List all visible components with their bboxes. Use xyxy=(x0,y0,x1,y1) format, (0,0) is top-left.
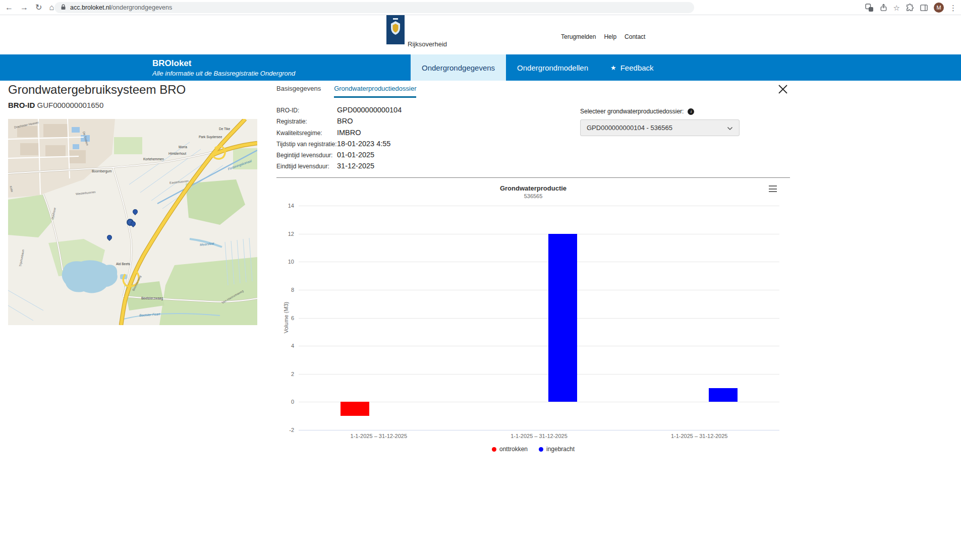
map-markers-layer xyxy=(8,119,257,325)
field-value: BRO xyxy=(337,117,353,125)
share-icon[interactable] xyxy=(879,4,888,12)
gridline xyxy=(299,402,779,402)
logo-wordmark: Rijksoverheid xyxy=(408,40,447,48)
header-links: Terugmelden Help Contact xyxy=(561,33,645,40)
gridline xyxy=(299,430,779,430)
rijksoverheid-logo[interactable] xyxy=(386,15,405,44)
map-marker[interactable] xyxy=(132,208,139,215)
legend-label: onttrokken xyxy=(499,446,528,453)
field-label: Registratie: xyxy=(276,118,337,125)
field-label: BRO-ID: xyxy=(276,107,337,114)
nav-item-ondergrondmodellen[interactable]: Ondergrondmodellen xyxy=(506,54,599,81)
field-value: GPD000000000104 xyxy=(337,106,402,114)
field-row: Tijdstip van registratie: 18-01-2023 4:5… xyxy=(276,140,402,148)
bro-id-row: BRO-ID GUF000000001650 xyxy=(8,101,103,109)
nav-item-ondergrondgegevens[interactable]: Ondergrondgegevens xyxy=(411,54,506,81)
chart-bar-ingebracht[interactable] xyxy=(548,234,577,402)
detail-fields: BRO-ID: GPD000000000104 Registratie: BRO… xyxy=(276,106,402,170)
y-tick-label: 4 xyxy=(276,343,294,349)
field-value: IMBRO xyxy=(337,129,361,137)
chart: Grondwaterproductie 536565 Volume (M3) -… xyxy=(276,178,790,459)
translate-icon[interactable] xyxy=(865,4,874,12)
field-value: 31-12-2025 xyxy=(337,162,374,170)
forward-icon[interactable]: → xyxy=(20,4,28,12)
y-tick-label: 12 xyxy=(276,231,294,237)
field-value: 18-01-2023 4:55 xyxy=(337,140,390,148)
legend-label: ingebracht xyxy=(546,446,575,453)
chart-yticks: -202468101214 xyxy=(276,178,297,459)
url-bar[interactable]: acc.broloket.nl/ondergrondgegevens xyxy=(54,2,694,13)
dossier-select-value: GPD000000000104 - 536565 xyxy=(587,124,672,132)
field-label: Eindtijd levensduur: xyxy=(276,163,337,170)
divider xyxy=(276,177,790,178)
chart-title: Grondwaterproductie xyxy=(276,184,790,192)
y-tick-label: -2 xyxy=(276,427,294,433)
brand-tagline: Alle informatie uit de Basisregistratie … xyxy=(152,70,295,77)
nav-item-label: Feedback xyxy=(620,64,654,72)
map[interactable]: Drachtster HeaweiDe TriskenDe TikePark S… xyxy=(8,119,257,325)
field-label: Kwaliteitsregime: xyxy=(276,130,337,137)
chart-bar-onttrokken[interactable] xyxy=(341,402,369,416)
y-tick-label: 6 xyxy=(276,315,294,321)
x-tick-label: 1-1-2025 – 31-12-2025 xyxy=(336,433,422,439)
chevron-down-icon xyxy=(727,123,733,133)
legend-item-onttrokken[interactable]: onttrokken xyxy=(492,446,528,453)
back-icon[interactable]: ← xyxy=(5,4,13,12)
header-link-help[interactable]: Help xyxy=(604,33,616,40)
dossier-select[interactable]: GPD000000000104 - 536565 xyxy=(580,119,740,136)
menu-kebab-icon[interactable]: ⋮ xyxy=(949,4,957,12)
legend-dot xyxy=(539,447,543,452)
gridline xyxy=(299,290,779,290)
field-label: Tijdstip van registratie: xyxy=(276,141,337,148)
chart-legend: onttrokkeningebracht xyxy=(276,446,790,453)
home-icon[interactable]: ⌂ xyxy=(49,4,54,12)
chart-menu-icon[interactable] xyxy=(769,185,777,192)
dossier-select-label-row: Selecteer grondwaterproductiedossier: i xyxy=(580,108,694,115)
info-icon[interactable]: i xyxy=(688,108,694,115)
gridline xyxy=(299,346,779,346)
url-text: acc.broloket.nl/ondergrondgegevens xyxy=(70,4,172,11)
nav-item-feedback[interactable]: ★ Feedback xyxy=(599,54,665,81)
chart-bar-ingebracht[interactable] xyxy=(709,388,738,402)
field-row: Kwaliteitsregime: IMBRO xyxy=(276,129,402,137)
header-link-terugmelden[interactable]: Terugmelden xyxy=(561,33,596,40)
bookmark-star-icon[interactable]: ☆ xyxy=(893,4,900,12)
chart-plot: 1-1-2025 – 31-12-20251-1-2025 – 31-12-20… xyxy=(299,206,779,430)
field-row: Eindtijd levensduur: 31-12-2025 xyxy=(276,162,402,170)
feedback-star-icon: ★ xyxy=(610,64,616,72)
gridline xyxy=(299,374,779,375)
tab-grondwaterproductiedossier[interactable]: Grondwaterproductiedossier xyxy=(334,85,416,98)
page-title: Grondwatergebruiksysteem BRO xyxy=(8,83,186,97)
side-panel-icon[interactable] xyxy=(920,4,928,12)
close-panel-button[interactable] xyxy=(777,84,789,96)
field-label: Begintijd levensduur: xyxy=(276,152,337,159)
y-tick-label: 14 xyxy=(276,203,294,209)
profile-avatar[interactable]: M xyxy=(934,3,944,13)
extensions-icon[interactable] xyxy=(906,4,914,12)
nav-item-label: Ondergrondgegevens xyxy=(422,64,495,72)
header-link-contact[interactable]: Contact xyxy=(625,33,645,40)
refresh-icon[interactable]: ↻ xyxy=(35,4,42,12)
gridline xyxy=(299,234,779,234)
x-tick-label: 1-1-2025 – 31-12-2025 xyxy=(656,433,742,439)
main-navbar: BROloket Alle informatie uit de Basisreg… xyxy=(0,54,961,81)
gridline xyxy=(299,262,779,262)
tab-basisgegevens[interactable]: Basisgegevens xyxy=(276,85,321,98)
dossier-select-label: Selecteer grondwaterproductiedossier: xyxy=(580,108,684,115)
gridline xyxy=(299,206,779,206)
detail-tabs: Basisgegevens Grondwaterproductiedossier xyxy=(276,85,416,98)
y-tick-label: 8 xyxy=(276,287,294,293)
map-marker[interactable] xyxy=(106,234,113,241)
browser-toolbar: ← → ↻ ⌂ acc.broloket.nl/ondergrondgegeve… xyxy=(0,0,961,15)
field-row: Registratie: BRO xyxy=(276,117,402,125)
nav-item-label: Ondergrondmodellen xyxy=(517,64,588,72)
brand-block: BROloket Alle informatie uit de Basisreg… xyxy=(152,58,295,77)
site-header: Rijksoverheid Terugmelden Help Contact xyxy=(0,15,961,54)
gridline xyxy=(299,318,779,319)
screen: ← → ↻ ⌂ acc.broloket.nl/ondergrondgegeve… xyxy=(0,0,961,560)
bro-id-label: BRO-ID xyxy=(8,101,35,109)
chart-subtitle: 536565 xyxy=(276,193,790,199)
legend-item-ingebracht[interactable]: ingebracht xyxy=(539,446,575,453)
x-tick-label: 1-1-2025 – 31-12-2025 xyxy=(496,433,582,439)
y-tick-label: 0 xyxy=(276,399,294,405)
